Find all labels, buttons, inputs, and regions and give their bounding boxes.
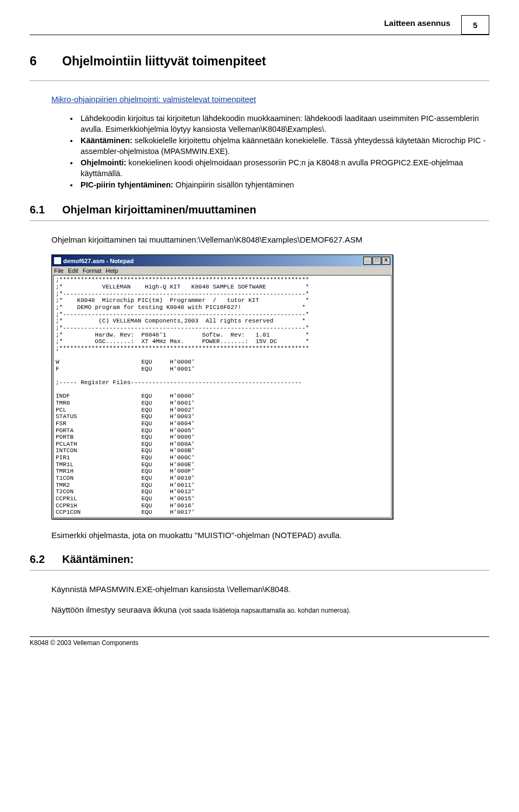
list-item: Lähdekoodin kirjoitus tai kirjoitetun lä… <box>78 113 489 135</box>
paragraph-compile-1: Käynnistä MPASMWIN.EXE-ohjelman kansiost… <box>51 584 489 595</box>
close-button[interactable]: X <box>382 257 390 265</box>
notepad-icon <box>54 257 61 264</box>
section-divider <box>30 570 489 571</box>
heading-2-write: 6.1 Ohjelman kirjoittaminen/muuttaminen <box>30 204 489 216</box>
notepad-titlebar: demof627.asm - Notepad _ □ X <box>52 255 392 266</box>
notepad-content[interactable]: ;***************************************… <box>53 275 391 517</box>
minimize-button[interactable]: _ <box>363 257 372 265</box>
page-header: Laitteen asennus 5 <box>30 16 489 35</box>
section-divider <box>30 220 489 221</box>
heading-2-number: 6.2 <box>30 553 62 566</box>
menu-edit[interactable]: Edit <box>68 267 78 274</box>
section-divider <box>30 80 489 81</box>
menu-format[interactable]: Format <box>83 267 102 274</box>
paragraph-after-notepad: Esimerkki ohjelmasta, jota on muokattu "… <box>51 530 489 541</box>
header-section-title: Laitteen asennus <box>384 16 461 32</box>
heading-2-number: 6.1 <box>30 204 62 216</box>
heading-2-title: Kääntäminen: <box>62 553 134 566</box>
notepad-title: demof627.asm - Notepad <box>63 258 363 264</box>
list-item: Ohjelmointi: konekielinen koodi ohjelmoi… <box>78 158 489 179</box>
page-number: 5 <box>473 21 477 30</box>
menu-help[interactable]: Help <box>106 267 118 274</box>
page-footer: K8048 © 2003 Velleman Components <box>30 636 489 647</box>
maximize-button[interactable]: □ <box>372 257 381 265</box>
heading-1-number: 6 <box>30 54 62 69</box>
paragraph-intro-write: Ohjelman kirjoittaminen tai muuttaminen:… <box>51 234 489 245</box>
menu-file[interactable]: File <box>54 267 64 274</box>
notepad-window: demof627.asm - Notepad _ □ X File Edit F… <box>51 254 393 519</box>
heading-2-compile: 6.2 Kääntäminen: <box>30 553 489 566</box>
heading-1: 6 Ohjelmointiin liittyvät toimenpiteet <box>30 54 489 69</box>
bullet-list-prep: Lähdekoodin kirjoitus tai kirjoitetun lä… <box>30 113 489 191</box>
page-number-box: 5 <box>461 15 489 35</box>
paragraph-compile-2: Näyttöön ilmestyy seuraava ikkuna (voit … <box>51 605 489 615</box>
heading-1-title: Ohjelmointiin liittyvät toimenpiteet <box>62 54 266 69</box>
list-item: Kääntäminen: selkokielelle kirjoitettu o… <box>78 136 489 157</box>
heading-2-title: Ohjelman kirjoittaminen/muuttaminen <box>62 204 256 216</box>
notepad-menubar: File Edit Format Help <box>52 266 392 275</box>
list-item: PIC-piirin tyhjentäminen: Ohjainpiirin s… <box>78 180 489 191</box>
footer-text: K8048 © 2003 Velleman Components <box>30 639 138 647</box>
subheading-prep: Mikro-ohjainpiirien ohjelmointi: valmist… <box>51 95 489 104</box>
